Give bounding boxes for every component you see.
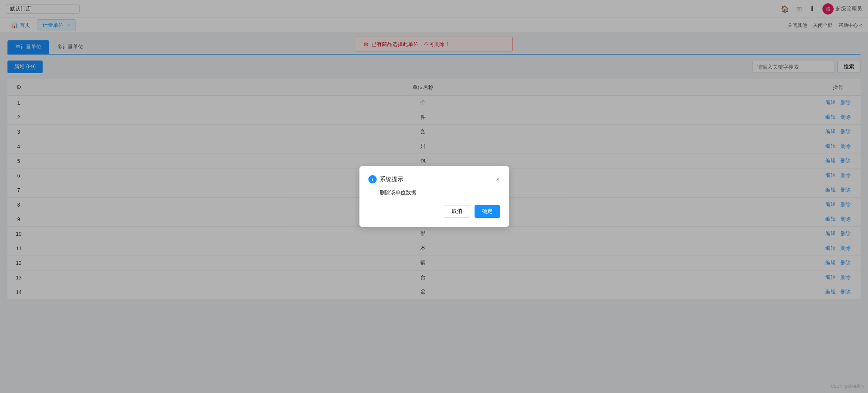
confirm-btn[interactable]: 确定 bbox=[475, 205, 500, 218]
dialog-title-text: 系统提示 bbox=[380, 176, 404, 183]
dialog-body-text: 删除该单位数据 bbox=[368, 189, 500, 196]
dialog-title: i 系统提示 bbox=[368, 175, 404, 183]
dialog-header: i 系统提示 × bbox=[368, 175, 500, 183]
dialog-close-btn[interactable]: × bbox=[496, 176, 500, 183]
info-icon: i bbox=[368, 175, 377, 183]
modal-overlay bbox=[0, 0, 868, 307]
dialog-footer: 取消 确定 bbox=[368, 205, 500, 218]
cancel-btn[interactable]: 取消 bbox=[444, 205, 470, 218]
confirm-dialog: i 系统提示 × 删除该单位数据 取消 确定 bbox=[359, 166, 509, 227]
